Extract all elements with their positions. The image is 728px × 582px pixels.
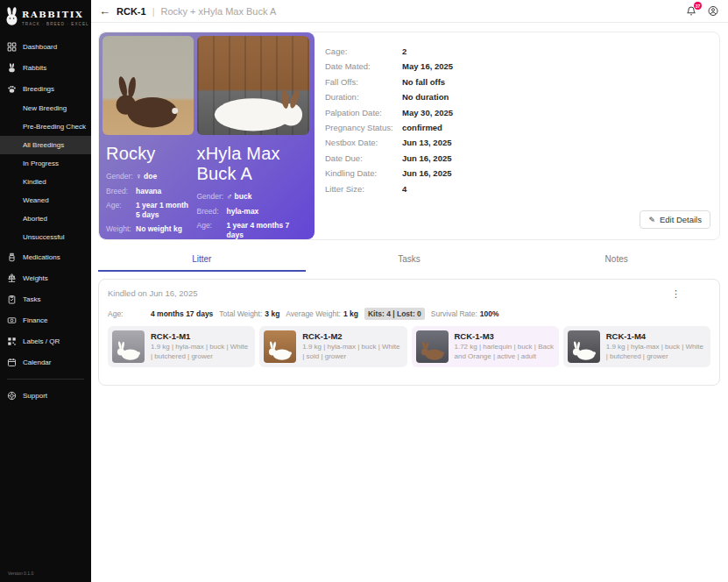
parent-attribute-value: 1 year 4 months 7 days [227, 221, 308, 240]
buck-name: xHyla Max Buck A [197, 144, 308, 184]
qr-icon [7, 337, 17, 346]
kit-card-rck-1-m4[interactable]: RCK-1-M41.9 kg | hyla-max | buck | White… [563, 326, 710, 367]
logo-text: RABBITIX TRACK · BREED · EXCEL [22, 5, 89, 26]
detail-label: Nestbox Date: [325, 135, 402, 150]
doe-name: Rocky [106, 144, 192, 164]
sidebar-item-weaned[interactable]: Weaned [0, 191, 91, 209]
kit-description: 1.72 kg | harlequin | buck | Back and Or… [455, 343, 555, 362]
buck-photo [197, 36, 309, 135]
app-tagline: TRACK · BREED · EXCEL [22, 22, 89, 26]
detail-row: Cage:2 [325, 44, 710, 59]
parent-attribute-row: Breed:hyla-max [197, 207, 308, 216]
doe-rabbit-silhouette [109, 72, 184, 133]
account-icon [708, 5, 718, 17]
parent-attribute-row: Gender:♀ doe [106, 172, 192, 182]
notifications-button[interactable]: 37 [686, 5, 696, 17]
sidebar-item-unsuccessful[interactable]: Unsuccessful [0, 228, 91, 246]
sidebar-item-label: Dashboard [23, 43, 57, 51]
detail-row: Date Due:Jun 16, 2025 [325, 151, 710, 166]
parent-attribute-label: Age: [197, 221, 227, 240]
parent-attribute-label: Breed: [106, 187, 136, 196]
doe-info: Rocky Gender:♀ doeBreed:havanaAge:1 year… [106, 135, 197, 240]
sidebar-item-all-breedings[interactable]: All Breedings [0, 136, 91, 154]
back-arrow-icon[interactable]: ← [99, 5, 110, 17]
finance-icon [7, 316, 17, 325]
detail-value: No fall offs [402, 75, 445, 89]
detail-row: Fall Offs:No fall offs [325, 75, 710, 89]
kit-id: RCK-1-M4 [606, 331, 706, 341]
app-version: Version 0.1.0 [0, 571, 91, 582]
detail-row: Kindling Date:Jun 16, 2025 [325, 166, 710, 181]
title-separator: | [152, 6, 155, 17]
tab-litter[interactable]: Litter [98, 247, 306, 272]
sidebar-item-label: Unsuccessful [23, 233, 65, 241]
kit-id: RCK-1-M1 [151, 331, 251, 341]
breeding-detail-rows: Cage:2Date Mated:May 16, 2025Fall Offs:N… [325, 44, 710, 196]
sidebar-item-dashboard[interactable]: Dashboard [0, 36, 91, 57]
parent-attribute-value: 1 year 1 month 5 days [136, 201, 192, 220]
sidebar-item-label: Labels / QR [23, 337, 60, 345]
doe-attributes: Gender:♀ doeBreed:havanaAge:1 year 1 mon… [106, 172, 192, 238]
parents-card: Rocky Gender:♀ doeBreed:havanaAge:1 year… [99, 32, 315, 239]
topbar: ← RCK-1 | Rocky + xHyla Max Buck A 37 [91, 0, 728, 23]
sidebar-item-breedings[interactable]: Breedings [0, 78, 91, 99]
parent-attribute-value: hyla-max [227, 207, 259, 216]
sidebar-item-calendar[interactable]: Calendar [0, 351, 91, 373]
account-button[interactable] [708, 5, 718, 17]
breeding-details-panel: Cage:2Date Mated:May 16, 2025Fall Offs:N… [315, 32, 719, 239]
sidebar-item-in-progress[interactable]: In Progress [0, 154, 91, 173]
sidebar-item-aborted[interactable]: Aborted [0, 209, 91, 228]
kit-info: RCK-1-M31.72 kg | harlequin | buck | Bac… [455, 330, 555, 362]
sidebar-item-label: Finance [23, 316, 47, 324]
kit-card-rck-1-m1[interactable]: RCK-1-M11.9 kg | hyla-max | buck | White… [108, 326, 255, 367]
tab-notes[interactable]: Notes [512, 247, 720, 272]
detail-label: Duration: [325, 89, 402, 104]
kit-description: 1.9 kg | hyla-max | buck | White | sold … [302, 343, 402, 362]
sidebar-item-medications[interactable]: Medications [0, 246, 91, 267]
kit-card-rck-1-m2[interactable]: RCK-1-M21.9 kg | hyla-max | buck | White… [259, 326, 406, 367]
kit-photo [112, 330, 145, 363]
detail-value: May 30, 2025 [402, 105, 453, 120]
kit-card-rck-1-m3[interactable]: RCK-1-M31.72 kg | harlequin | buck | Bac… [412, 326, 559, 367]
app-name: RABBITIX [22, 10, 83, 19]
sidebar-item-weights[interactable]: Weights [0, 267, 91, 288]
app-window: RABBITIX TRACK · BREED · EXCEL Dashboard… [0, 0, 728, 582]
sidebar-item-support[interactable]: Support [0, 385, 91, 406]
kebab-menu-icon[interactable]: ⋮ [671, 289, 681, 299]
tab-tasks[interactable]: Tasks [306, 247, 513, 272]
kit-photo [416, 330, 449, 363]
rabbit-icon [7, 63, 17, 73]
parents-info: Rocky Gender:♀ doeBreed:havanaAge:1 year… [102, 135, 309, 240]
sidebar-item-kindled[interactable]: Kindled [0, 173, 91, 191]
litter-stat: Total Weight:3 kg [219, 309, 286, 318]
detail-row: Litter Size:4 [325, 181, 710, 196]
kit-description: 1.9 kg | hyla-max | buck | White | butch… [151, 343, 251, 362]
detail-label: Date Mated: [325, 59, 402, 74]
sidebar-item-label: Aborted [23, 215, 47, 223]
parent-attribute-value: havana [136, 187, 161, 196]
buck-info: xHyla Max Buck A Gender:♂ buckBreed:hyla… [197, 135, 308, 240]
sidebar-item-pre-breeding-check[interactable]: Pre-Breeding Check [0, 117, 91, 136]
sidebar-item-rabbits[interactable]: Rabbits [0, 57, 91, 78]
kit-info: RCK-1-M11.9 kg | hyla-max | buck | White… [151, 330, 251, 362]
kits-lost-badge: Kits: 4 | Lost: 0 [364, 308, 425, 320]
parent-attribute-row: Weight:No weight kg [106, 224, 192, 234]
sidebar-nav: DashboardRabbitsBreedingsNew BreedingPre… [0, 32, 91, 571]
litter-card: Kindled on Jun 16, 2025 ⋮ Age:4 months 1… [98, 279, 720, 386]
pencil-icon: ✎ [648, 216, 655, 224]
edit-details-button[interactable]: ✎ Edit Details [640, 210, 710, 229]
parent-photos [102, 36, 309, 135]
sidebar-item-new-breeding[interactable]: New Breeding [0, 99, 91, 117]
main-area: ← RCK-1 | Rocky + xHyla Max Buck A 37 [91, 0, 728, 582]
litter-stat: Average Weight:1 kg [286, 309, 364, 318]
sidebar-item-tasks[interactable]: Tasks [0, 288, 91, 309]
rabbit-logo-icon [5, 7, 18, 25]
doe-photo [102, 36, 194, 135]
detail-label: Palpation Date: [325, 105, 402, 120]
page-content: Rocky Gender:♀ doeBreed:havanaAge:1 year… [91, 23, 728, 386]
litter-stat-label: Age: [108, 309, 148, 318]
detail-label: Pregnancy Status: [325, 120, 402, 135]
parent-attribute-value: No weight kg [136, 224, 182, 234]
sidebar-item-labels-qr[interactable]: Labels / QR [0, 330, 91, 351]
sidebar-item-finance[interactable]: Finance [0, 309, 91, 330]
